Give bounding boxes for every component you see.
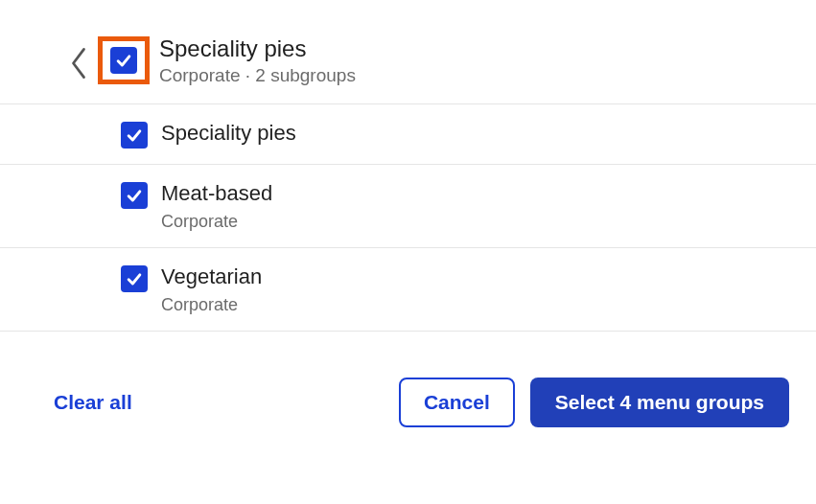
item-subtitle: Corporate (161, 295, 262, 315)
dialog-content: Speciality pies Corporate · 2 subgroups … (0, 0, 816, 427)
item-text: Meat-based Corporate (161, 180, 272, 232)
item-subtitle: Corporate (161, 212, 272, 232)
footer-actions: Cancel Select 4 menu groups (399, 378, 789, 427)
back-button[interactable] (67, 44, 90, 82)
chevron-left-icon (68, 45, 89, 81)
header-checkbox-highlight (98, 36, 150, 84)
header-text: Speciality pies Corporate · 2 subgroups (159, 36, 356, 86)
item-title: Vegetarian (161, 263, 262, 291)
group-list: Speciality pies Meat-based Corporate (0, 103, 816, 331)
footer: Clear all Cancel Select 4 menu groups (0, 332, 816, 427)
item-title: Speciality pies (161, 120, 296, 148)
checkbox-column (0, 120, 161, 149)
list-item[interactable]: Vegetarian Corporate (0, 248, 816, 332)
item-checkbox[interactable] (121, 122, 148, 149)
header-title: Speciality pies (159, 36, 356, 61)
checkbox-column (0, 263, 161, 292)
list-item[interactable]: Speciality pies (0, 104, 816, 165)
check-icon (125, 186, 144, 205)
item-text: Vegetarian Corporate (161, 263, 262, 315)
list-item[interactable]: Meat-based Corporate (0, 165, 816, 248)
clear-all-button[interactable]: Clear all (54, 391, 132, 414)
item-checkbox[interactable] (121, 182, 148, 209)
checkbox-column (0, 180, 161, 209)
select-button[interactable]: Select 4 menu groups (530, 378, 789, 427)
header-subtitle: Corporate · 2 subgroups (159, 65, 356, 86)
header-checkbox[interactable] (110, 47, 137, 74)
cancel-button[interactable]: Cancel (399, 378, 515, 427)
header-row: Speciality pies Corporate · 2 subgroups (0, 36, 816, 103)
check-icon (114, 51, 133, 70)
check-icon (125, 126, 144, 145)
check-icon (125, 269, 144, 288)
item-text: Speciality pies (161, 120, 296, 148)
item-checkbox[interactable] (121, 265, 148, 292)
item-title: Meat-based (161, 180, 272, 208)
